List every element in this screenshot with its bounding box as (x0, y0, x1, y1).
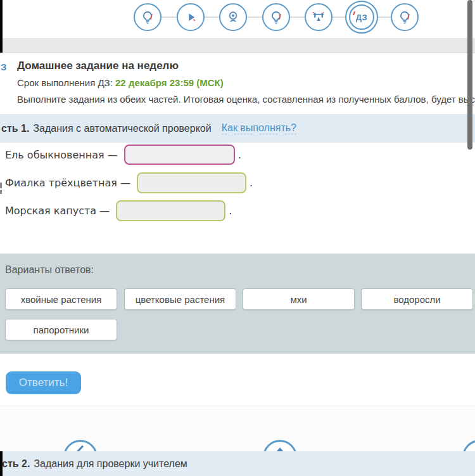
answer-input-2[interactable] (137, 172, 246, 193)
bottom-nav-partial-button[interactable] (462, 440, 475, 451)
answer-input-3[interactable] (116, 200, 225, 221)
homework-badge-fragment: З (1, 61, 6, 72)
barbell-icon (310, 9, 327, 25)
arrow-up-icon (265, 442, 295, 451)
bottom-nav-up-button[interactable] (263, 440, 297, 451)
stepper-step-training[interactable] (305, 3, 332, 31)
screen-edge-bottom-sliver (0, 451, 3, 476)
option-algae[interactable]: водоросли (361, 288, 473, 310)
questions-panel: Ель обыкновенная — . Фиалка трёхцветная … (0, 143, 475, 254)
lightbulb-icon (396, 9, 413, 25)
stepper-step-theory-2[interactable] (262, 3, 290, 31)
stepper-step-homework-active[interactable]: ДЗ (345, 1, 378, 34)
pencil-icon (65, 442, 96, 451)
option-coniferous[interactable]: хвойные растения (5, 288, 117, 310)
bottom-nav-edit-button[interactable] (63, 440, 98, 451)
left-edge-fragment (0, 183, 2, 188)
answer-submit-button[interactable]: Ответить! (6, 371, 81, 394)
background-gap (0, 38, 475, 53)
red-accent-mark (353, 11, 355, 15)
homework-label: ДЗ (356, 13, 368, 22)
deadline-label: Срок выполнения ДЗ: (17, 77, 115, 88)
homework-page: ДЗ З Домашнее задание на неделю Срок вып… (0, 0, 475, 476)
part1-title: Задания с автоматической проверкой (33, 123, 211, 134)
answer-input-1[interactable] (124, 145, 235, 165)
option-flowering[interactable]: цветковые растения (124, 288, 236, 310)
bottom-nav-strip (0, 406, 475, 451)
answer-options-panel: Варианты ответов: хвойные растения цветк… (0, 254, 475, 354)
part2-title: Задания для проверки учителем (34, 458, 187, 470)
homework-description: Выполните задания из обеих частей. Итого… (17, 94, 475, 105)
option-ferns[interactable]: папоротники (5, 319, 117, 340)
play-icon (182, 9, 199, 25)
stepper-step-theory-3[interactable] (391, 3, 419, 31)
stepper-step-theory-1[interactable] (134, 3, 162, 31)
question-row-2: Фиалка трёхцветная — . (5, 172, 253, 193)
question-2-label: Фиалка трёхцветная — (5, 177, 130, 189)
question-2-period: . (250, 177, 253, 189)
part2-number: сть 2. (2, 458, 30, 470)
question-1-label: Ель обыкновенная — (5, 149, 118, 161)
lightbulb-icon (139, 9, 156, 25)
question-3-label: Морская капуста — (5, 205, 110, 217)
homework-title: Домашнее задание на неделю (17, 60, 179, 72)
how-to-do-link[interactable]: Как выполнять? (222, 122, 296, 134)
lesson-stepper: ДЗ (0, 0, 475, 38)
homework-icon: ДЗ (349, 4, 374, 30)
homework-header-panel: З Домашнее задание на неделю Срок выполн… (0, 53, 475, 114)
part2-header-bar: сть 2. Задания для проверки учителем (0, 451, 475, 476)
part1-number: сть 1. (1, 123, 29, 134)
question-3-period: . (229, 205, 232, 217)
submit-panel: Ответить! (0, 354, 475, 406)
lightbulb-icon (268, 9, 284, 25)
screen-edge-top-sliver (0, 0, 3, 53)
question-row-3: Морская капуста — . (5, 200, 232, 221)
part1-header-bar: сть 1. Задания с автоматической проверко… (0, 114, 475, 143)
stepper-step-video[interactable] (177, 3, 205, 31)
webcam-icon (225, 9, 241, 25)
question-1-period: . (238, 149, 241, 161)
homework-deadline: Срок выполнения ДЗ: 22 декабря 23:59 (МС… (17, 77, 224, 88)
option-mosses[interactable]: мхи (243, 288, 355, 310)
left-edge-fragment (0, 190, 2, 194)
question-row-1: Ель обыкновенная — . (5, 145, 241, 165)
stepper-step-webinar[interactable] (219, 3, 247, 31)
vertical-scrollbar-thumb[interactable] (467, 0, 472, 150)
options-title: Варианты ответов: (5, 264, 94, 276)
deadline-date: 22 декабря 23:59 (МСК) (115, 77, 224, 88)
